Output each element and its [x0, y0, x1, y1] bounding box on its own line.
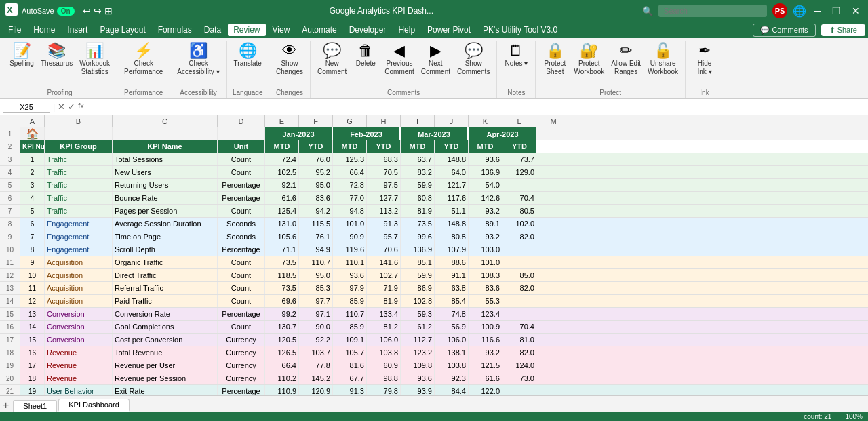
menu-home[interactable]: Home: [28, 24, 60, 36]
cell-group-18[interactable]: Revenue: [45, 346, 113, 359]
cell-name-16[interactable]: Goal Completions: [113, 321, 218, 333]
cell-mar-mtd-17[interactable]: 112.7: [401, 334, 435, 346]
cell-apr-ytd-17[interactable]: 81.0: [502, 334, 536, 346]
col-j-header[interactable]: J: [435, 115, 469, 127]
header-feb-mtd[interactable]: MTD: [333, 140, 367, 153]
cell-feb-ytd-3[interactable]: 68.3: [367, 153, 401, 165]
cell-num-19[interactable]: 17: [20, 359, 45, 372]
unshare-workbook-button[interactable]: 🔓UnshareWorkbook: [645, 41, 681, 79]
menu-view[interactable]: View: [267, 24, 296, 36]
cell-apr-mtd-11[interactable]: 101.0: [469, 256, 502, 268]
cell-mar-ytd-19[interactable]: 103.8: [435, 359, 469, 372]
previous-comment-button[interactable]: ◀PreviousComment: [382, 41, 416, 79]
cell-name-6[interactable]: Bounce Rate: [113, 192, 218, 204]
allow-edit-ranges-button[interactable]: ✏Allow EditRanges: [608, 41, 644, 79]
cell-name-14[interactable]: Paid Traffic: [113, 295, 218, 307]
cell-d1[interactable]: [218, 127, 265, 140]
hide-ink-button[interactable]: ✒HideInk ▾: [690, 41, 719, 79]
cell-jan-mtd-14[interactable]: 69.6: [265, 295, 299, 307]
cell-jan-ytd-5[interactable]: 95.0: [299, 179, 333, 191]
cell-jan-mtd-16[interactable]: 130.7: [265, 321, 299, 333]
cell-apr-ytd-18[interactable]: 82.0: [502, 346, 536, 359]
col-b-header[interactable]: B: [45, 115, 113, 127]
cell-feb-mtd-20[interactable]: 67.7: [333, 372, 367, 384]
cell-mar-mtd-7[interactable]: 81.9: [401, 205, 435, 217]
protect-workbook-button[interactable]: 🔐ProtectWorkbook: [571, 41, 607, 79]
cell-unit-4[interactable]: Count: [218, 166, 265, 178]
cell-num-7[interactable]: 5: [20, 205, 45, 217]
cell-apr-ytd-7[interactable]: 80.5: [502, 205, 536, 217]
cell-group-4[interactable]: Traffic: [45, 166, 113, 178]
cell-apr-ytd-14[interactable]: [502, 295, 536, 307]
cell-feb-ytd-19[interactable]: 60.9: [367, 359, 401, 372]
cell-feb-ytd-11[interactable]: 141.6: [367, 256, 401, 268]
cell-name-15[interactable]: Conversion Rate: [113, 308, 218, 320]
cell-apr-ytd-3[interactable]: 73.7: [502, 153, 536, 165]
cell-name-20[interactable]: Revenue per Session: [113, 372, 218, 384]
cell-apr-mtd-12[interactable]: 108.3: [469, 269, 502, 281]
cell-feb-mtd-4[interactable]: 66.4: [333, 166, 367, 178]
cell-feb-mtd-9[interactable]: 90.9: [333, 230, 367, 243]
cell-unit-13[interactable]: Count: [218, 282, 265, 294]
cell-group-8[interactable]: Engagement: [45, 218, 113, 230]
add-sheet-button[interactable]: +: [3, 399, 9, 412]
cell-jan-ytd-16[interactable]: 90.0: [299, 321, 333, 333]
header-apr-mtd[interactable]: MTD: [469, 140, 502, 153]
cell-jan-mtd-5[interactable]: 92.1: [265, 179, 299, 191]
cell-apr-ytd-11[interactable]: [502, 256, 536, 268]
cell-mar-ytd-9[interactable]: 80.8: [435, 230, 469, 243]
cell-mar-ytd-18[interactable]: 138.1: [435, 346, 469, 359]
cell-jan-ytd-20[interactable]: 145.2: [299, 372, 333, 384]
cell-feb-ytd-6[interactable]: 127.7: [367, 192, 401, 204]
cell-group-15[interactable]: Conversion: [45, 308, 113, 320]
menu-help[interactable]: Help: [393, 24, 420, 36]
cell-mar-ytd-12[interactable]: 91.1: [435, 269, 469, 281]
cell-unit-17[interactable]: Currency: [218, 334, 265, 346]
cell-apr-mtd-16[interactable]: 100.9: [469, 321, 502, 333]
cell-jan-ytd-4[interactable]: 95.2: [299, 166, 333, 178]
cell-mar-mtd-4[interactable]: 83.2: [401, 166, 435, 178]
cell-apr-mtd-4[interactable]: 136.9: [469, 166, 502, 178]
undo-icon[interactable]: ↩: [83, 5, 91, 16]
cell-group-7[interactable]: Traffic: [45, 205, 113, 217]
confirm-formula-button[interactable]: ✓: [68, 102, 75, 112]
cell-num-17[interactable]: 15: [20, 334, 45, 346]
cell-apr-ytd-4[interactable]: 129.0: [502, 166, 536, 178]
notes-button[interactable]: 🗒Notes ▾: [501, 41, 531, 71]
cell-apr-ytd-19[interactable]: 124.0: [502, 359, 536, 372]
restore-button[interactable]: ❐: [829, 5, 844, 16]
cell-feb-mtd-11[interactable]: 110.1: [333, 256, 367, 268]
cell-num-8[interactable]: 6: [20, 218, 45, 230]
cell-feb-mtd-16[interactable]: 85.9: [333, 321, 367, 333]
cell-unit-7[interactable]: Count: [218, 205, 265, 217]
col-a-header[interactable]: A: [20, 115, 45, 127]
cell-name-12[interactable]: Direct Traffic: [113, 269, 218, 281]
cell-num-11[interactable]: 9: [20, 256, 45, 268]
cell-feb-ytd-18[interactable]: 103.8: [367, 346, 401, 359]
cell-unit-12[interactable]: Count: [218, 269, 265, 281]
header-kpi-group[interactable]: KPI Group: [45, 140, 113, 153]
cell-unit-19[interactable]: Currency: [218, 359, 265, 372]
cell-jan-mtd-18[interactable]: 126.5: [265, 346, 299, 359]
cell-num-13[interactable]: 11: [20, 282, 45, 294]
cell-group-10[interactable]: Engagement: [45, 243, 113, 256]
cell-apr-mtd-6[interactable]: 142.6: [469, 192, 502, 204]
cell-mar-mtd-20[interactable]: 93.6: [401, 372, 435, 384]
cell-apr-mtd-18[interactable]: 93.2: [469, 346, 502, 359]
cell-group-5[interactable]: Traffic: [45, 179, 113, 191]
delete-comment-button[interactable]: 🗑Delete: [351, 41, 380, 71]
cell-mar-mtd-3[interactable]: 63.7: [401, 153, 435, 165]
cell-mar-ytd-8[interactable]: 148.8: [435, 218, 469, 230]
cell-unit-10[interactable]: Percentage: [218, 243, 265, 256]
cell-apr-mtd-14[interactable]: 55.3: [469, 295, 502, 307]
cell-group-16[interactable]: Conversion: [45, 321, 113, 333]
cancel-formula-button[interactable]: ✕: [58, 102, 65, 112]
cell-apr-ytd-6[interactable]: 70.4: [502, 192, 536, 204]
cell-mar-mtd-12[interactable]: 59.9: [401, 269, 435, 281]
cell-jan-mtd-4[interactable]: 102.5: [265, 166, 299, 178]
cell-jan-ytd-19[interactable]: 77.8: [299, 359, 333, 372]
cell-apr-mtd-5[interactable]: 54.0: [469, 179, 502, 191]
cell-apr-ytd-8[interactable]: 102.0: [502, 218, 536, 230]
insert-function-button[interactable]: fx: [78, 102, 84, 112]
cell-mar-mtd-5[interactable]: 59.9: [401, 179, 435, 191]
